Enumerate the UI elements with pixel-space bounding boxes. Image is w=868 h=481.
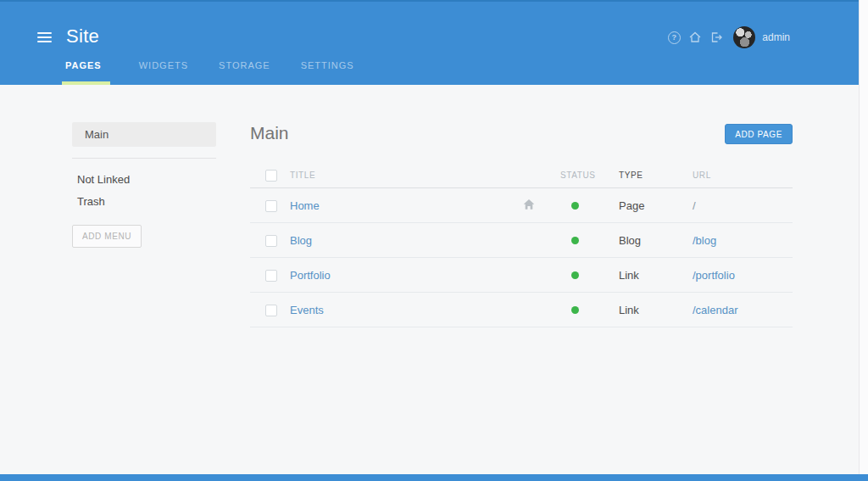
select-all-checkbox[interactable] [265,170,277,182]
menu-icon[interactable] [37,32,52,43]
row-checkbox[interactable] [265,235,277,247]
page-title-link[interactable]: Home [290,199,320,212]
logout-icon[interactable] [709,31,723,44]
sidebar-item-trash[interactable]: Trash [72,195,216,208]
menus-sidebar: Main Not Linked Trash ADD MENU [72,122,216,248]
status-dot [571,202,579,210]
page-type: Link [619,304,693,316]
page-title: Main [250,123,289,143]
page-url-link[interactable]: / [693,199,696,212]
table-row: Events Link /calendar [250,293,793,327]
tab-pages[interactable]: PAGES [62,60,110,85]
app-title: Site [66,25,99,48]
page-url-link[interactable]: /blog [693,234,716,247]
sidebar-item-not-linked[interactable]: Not Linked [72,173,216,186]
panel-header: Main ADD PAGE [250,116,793,163]
page-url-link[interactable]: /portfolio [693,269,735,282]
page-title-link[interactable]: Portfolio [290,269,331,282]
table-row: Home Page / [250,188,793,223]
home-icon[interactable] [688,31,702,44]
row-checkbox[interactable] [265,270,277,282]
table-row: Portfolio Link /portfolio [250,258,793,293]
row-checkbox[interactable] [265,200,277,212]
page-title-link[interactable]: Blog [290,234,312,247]
tab-settings[interactable]: SETTINGS [299,60,356,85]
page-type: Link [619,269,693,282]
footer-bar [0,474,868,481]
status-dot [571,306,579,314]
column-header-type: TYPE [619,171,693,180]
add-page-button[interactable]: ADD PAGE [725,124,793,144]
app-header: Site ? admin PAGES WIDGETS STORAGE SETTI… [0,0,868,85]
page-type: Blog [619,234,693,247]
homepage-indicator-icon [523,199,535,213]
row-checkbox[interactable] [265,305,277,316]
page-url-link[interactable]: /calendar [693,304,737,316]
sidebar-item-main[interactable]: Main [72,122,216,147]
column-header-title: TITLE [290,171,521,180]
add-menu-button[interactable]: ADD MENU [72,225,142,248]
column-header-url: URL [693,171,793,180]
table-row: Blog Blog /blog [250,223,793,258]
table-header-row: TITLE STATUS TYPE URL [250,163,793,188]
tab-widgets[interactable]: WIDGETS [137,60,190,85]
avatar[interactable] [733,26,755,48]
header-user-area: ? admin [659,26,790,48]
tab-storage[interactable]: STORAGE [217,60,272,85]
sidebar-divider [72,158,216,159]
status-dot [571,237,579,244]
pages-panel: Main ADD PAGE TITLE STATUS TYPE URL Home… [250,116,793,327]
scrollbar[interactable] [859,0,868,481]
page-type: Page [619,199,693,212]
status-dot [571,271,579,279]
help-icon[interactable]: ? [667,31,681,44]
page-title-link[interactable]: Events [290,304,324,316]
header-tabs: PAGES WIDGETS STORAGE SETTINGS [62,60,383,85]
column-header-status: STATUS [560,171,619,180]
username-label: admin [762,31,790,43]
